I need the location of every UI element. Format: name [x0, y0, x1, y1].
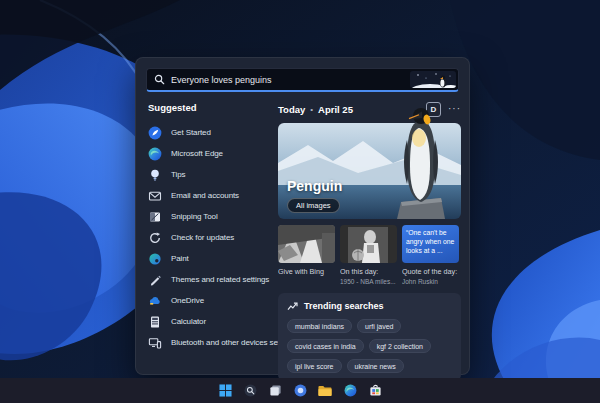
search-box[interactable] — [146, 68, 459, 92]
get-started-icon — [148, 126, 162, 140]
give-with-bing-image — [278, 225, 335, 263]
sidebar-item-label: Snipping Tool — [171, 212, 218, 221]
edge-browser-button[interactable] — [342, 383, 358, 399]
lightbulb-icon — [148, 168, 162, 182]
sidebar-item-label: Calculator — [171, 317, 206, 326]
trending-pill[interactable]: mumbai indians — [287, 319, 352, 333]
sidebar-item-label: Bluetooth and other devices sett... — [171, 338, 288, 347]
widgets-button[interactable] — [292, 383, 308, 399]
refresh-icon — [148, 231, 162, 245]
envelope-icon — [148, 189, 162, 203]
sidebar-item-label: Microsoft Edge — [171, 149, 223, 158]
onedrive-cloud-icon — [148, 294, 162, 308]
calculator-icon — [148, 315, 162, 329]
trending-pill-list: mumbai indians urfi javed covid cases in… — [287, 319, 452, 373]
hero-image-card[interactable]: Penguin All images — [278, 123, 461, 219]
sidebar-item-check-updates[interactable]: Check for updates — [148, 227, 274, 248]
card-subcaption: John Ruskin — [402, 278, 459, 285]
card-on-this-day[interactable]: On this day: 1950 - NBA miles... — [340, 225, 397, 285]
file-explorer-button[interactable] — [317, 383, 333, 399]
card-quote-of-the-day[interactable]: “One can't be angry when one looks at a … — [402, 225, 459, 285]
date-value: April 25 — [318, 104, 353, 115]
search-box-penguin-art — [410, 71, 456, 88]
task-view-button[interactable] — [267, 383, 283, 399]
snipping-tool-icon — [148, 210, 162, 224]
daily-cards-row: Give with Bing On this day: 19 — [278, 225, 461, 285]
trending-searches-panel: Trending searches mumbai indians urfi ja… — [278, 293, 461, 381]
sidebar-item-label: Check for updates — [171, 233, 234, 242]
sidebar-item-themes[interactable]: Themes and related settings — [148, 269, 274, 290]
date-separator: • — [310, 105, 313, 114]
card-caption: Quote of the day: — [402, 267, 459, 276]
card-caption: Give with Bing — [278, 267, 335, 276]
sidebar-item-label: Tips — [171, 170, 185, 179]
search-flyout-panel: Suggested Get Started Microsoft Edge Tip… — [135, 57, 470, 375]
sidebar-item-microsoft-edge[interactable]: Microsoft Edge — [148, 143, 274, 164]
start-button[interactable] — [217, 383, 233, 399]
sidebar-item-label: OneDrive — [171, 296, 204, 305]
penguin-image — [395, 106, 447, 219]
daily-content-section: Today • April 25 D ··· — [278, 102, 461, 381]
sidebar-item-label: Email and accounts — [171, 191, 239, 200]
pencil-icon — [148, 273, 162, 287]
taskbar-search-button[interactable] — [242, 383, 258, 399]
search-icon — [154, 74, 165, 85]
sidebar-item-get-started[interactable]: Get Started — [148, 122, 274, 143]
trending-pill[interactable]: kgf 2 collection — [369, 339, 431, 353]
card-caption: On this day: — [340, 267, 397, 276]
sidebar-item-label: Get Started — [171, 128, 211, 137]
date-prefix: Today — [278, 104, 305, 115]
paint-palette-icon — [148, 252, 162, 266]
sidebar-item-paint[interactable]: Paint — [148, 248, 274, 269]
edge-icon — [148, 147, 162, 161]
microsoft-store-button[interactable] — [367, 383, 383, 399]
trending-pill[interactable]: ipl live score — [287, 359, 342, 373]
sidebar-item-bluetooth-devices[interactable]: Bluetooth and other devices sett... — [148, 332, 274, 353]
suggested-section: Suggested Get Started Microsoft Edge Tip… — [148, 102, 274, 353]
all-images-badge[interactable]: All images — [287, 198, 340, 213]
suggested-title: Suggested — [148, 102, 274, 113]
sidebar-item-tips[interactable]: Tips — [148, 164, 274, 185]
sidebar-item-snipping-tool[interactable]: Snipping Tool — [148, 206, 274, 227]
sidebar-item-onedrive[interactable]: OneDrive — [148, 290, 274, 311]
trending-pill[interactable]: urfi javed — [357, 319, 401, 333]
sidebar-item-calculator[interactable]: Calculator — [148, 311, 274, 332]
sidebar-item-label: Paint — [171, 254, 189, 263]
sidebar-item-label: Themes and related settings — [171, 275, 269, 284]
quote-text: “One can't be angry when one looks at a … — [402, 225, 459, 263]
card-subcaption: 1950 - NBA miles... — [340, 278, 397, 285]
sidebar-item-email-accounts[interactable]: Email and accounts — [148, 185, 274, 206]
hero-title: Penguin — [287, 178, 342, 194]
card-give-with-bing[interactable]: Give with Bing — [278, 225, 335, 285]
on-this-day-image — [340, 225, 397, 263]
trending-pill[interactable]: ukraine news — [347, 359, 404, 373]
trending-title: Trending searches — [304, 301, 384, 311]
devices-icon — [148, 336, 162, 350]
taskbar — [0, 378, 600, 403]
more-options-button[interactable]: ··· — [448, 105, 461, 113]
trending-pill[interactable]: covid cases in india — [287, 339, 364, 353]
trending-icon — [287, 302, 298, 311]
